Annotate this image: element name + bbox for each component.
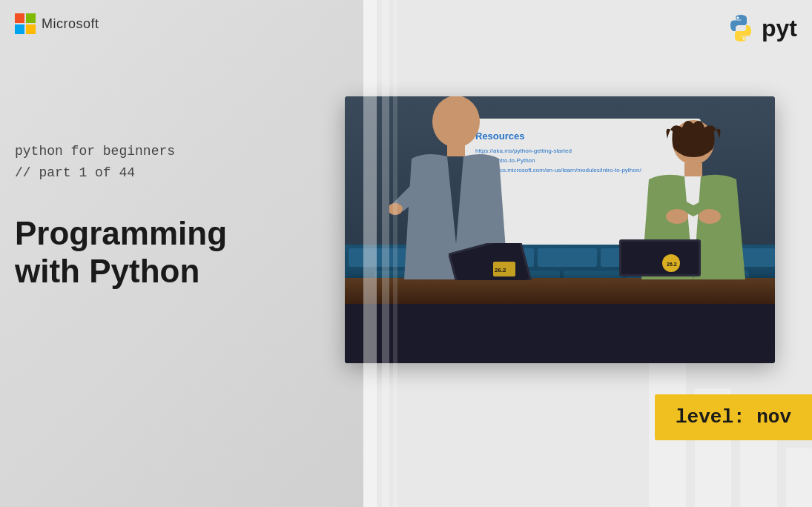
svg-rect-19 [684,163,702,176]
floor [345,304,775,363]
table-surface [345,278,775,304]
ms-sq1 [15,13,24,23]
svg-point-21 [699,209,721,224]
ms-grid-icon [15,13,36,34]
ms-sq2 [26,13,36,23]
main-title: Programming with Python [15,215,227,290]
title-line1: Programming [15,215,227,253]
title-line2: with Python [15,253,227,291]
subtitle-line1: python for beginners [15,141,175,162]
video-thumbnail[interactable]: Resources https://aka.ms/python-getting-… [345,96,775,363]
deco-stripe-4 [786,448,812,507]
level-badge-text: level: nov [676,406,791,428]
ms-sq3 [15,24,24,34]
ms-sq4 [26,24,36,34]
svg-text:26.2: 26.2 [495,267,506,274]
separator-stripe-1 [363,0,377,507]
separator-stripe-3 [393,0,397,507]
subtitle: python for beginners // part 1 of 44 [15,141,175,184]
subtitle-line2: // part 1 of 44 [15,162,175,184]
laptop-right: 26.2 [612,239,716,280]
svg-rect-23 [451,243,529,280]
microsoft-label: Microsoft [42,16,99,32]
svg-text:26.2: 26.2 [667,262,677,267]
separator-stripe-2 [382,0,389,507]
python-logo: pyt [726,13,797,43]
python-icon [726,13,756,43]
svg-point-15 [432,96,480,148]
svg-point-1 [743,38,745,40]
microsoft-logo: Microsoft [15,13,99,34]
left-panel: Microsoft python for beginners // part 1… [0,0,363,507]
scene-background: Resources https://aka.ms/python-getting-… [345,96,775,363]
level-badge: level: nov [655,394,812,440]
svg-point-20 [666,209,688,224]
svg-rect-5 [538,248,597,267]
svg-rect-27 [621,242,699,274]
svg-rect-16 [447,142,465,156]
python-label: pyt [762,15,797,42]
svg-point-0 [737,17,739,19]
laptop-left: 26.2 [449,243,538,280]
